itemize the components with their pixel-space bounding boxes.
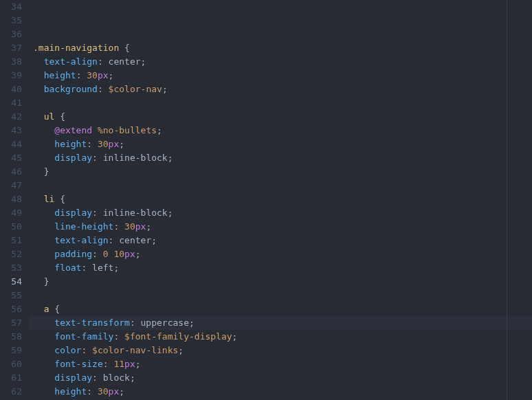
line-number: 43 <box>0 124 22 137</box>
code-line[interactable]: } <box>29 165 532 179</box>
code-editor[interactable]: 3435363738394041424344454647484950515253… <box>0 0 532 400</box>
line-number: 52 <box>0 247 22 261</box>
line-number: 39 <box>0 69 22 82</box>
code-line[interactable]: text-transform: uppercase; <box>29 316 532 330</box>
code-line[interactable]: font-family: $font-family-display; <box>29 330 532 344</box>
line-number: 54 <box>0 275 22 289</box>
line-number: 46 <box>0 165 22 179</box>
line-number: 37 <box>0 41 22 55</box>
code-line[interactable]: ul { <box>29 110 532 124</box>
line-number: 45 <box>0 151 22 165</box>
code-area[interactable]: .main-navigation { text-align: center; h… <box>29 0 532 400</box>
line-number: 58 <box>0 330 22 344</box>
code-line[interactable]: font-size: 11px; <box>29 357 532 371</box>
code-line[interactable]: display: inline-block; <box>29 206 532 220</box>
line-number: 41 <box>0 96 22 110</box>
line-number: 38 <box>0 55 22 69</box>
code-line[interactable]: height: 30px; <box>29 137 532 151</box>
line-number: 34 <box>0 0 22 14</box>
code-line[interactable]: .main-navigation { <box>29 41 532 55</box>
code-line[interactable]: color: $color-nav-links; <box>29 344 532 357</box>
code-line[interactable] <box>29 179 532 192</box>
code-line[interactable]: float: left; <box>29 261 532 275</box>
code-line[interactable]: @extend %no-bullets; <box>29 124 532 137</box>
line-number: 55 <box>0 289 22 302</box>
line-number: 57 <box>0 316 22 330</box>
line-number: 47 <box>0 179 22 192</box>
line-number: 62 <box>0 385 22 399</box>
code-line[interactable]: li { <box>29 192 532 206</box>
code-line[interactable]: display: block; <box>29 371 532 385</box>
line-number: 40 <box>0 82 22 96</box>
line-number: 59 <box>0 344 22 357</box>
line-number: 51 <box>0 234 22 247</box>
code-line[interactable]: padding: 0 10px; <box>29 247 532 261</box>
line-number: 49 <box>0 206 22 220</box>
code-line[interactable]: text-align: center; <box>29 55 532 69</box>
line-number: 50 <box>0 220 22 234</box>
code-line[interactable]: line-height: 30px; <box>29 220 532 234</box>
line-number: 60 <box>0 357 22 371</box>
line-number-gutter: 3435363738394041424344454647484950515253… <box>0 0 29 400</box>
code-line[interactable]: height: 30px; <box>29 69 532 82</box>
line-number: 48 <box>0 192 22 206</box>
line-number: 44 <box>0 137 22 151</box>
line-number: 42 <box>0 110 22 124</box>
code-line[interactable] <box>29 289 532 302</box>
code-line[interactable]: height: 30px; <box>29 385 532 399</box>
code-line[interactable] <box>29 96 532 110</box>
code-line[interactable]: text-align: center; <box>29 234 532 247</box>
line-number: 56 <box>0 302 22 316</box>
line-number: 61 <box>0 371 22 385</box>
wrap-guide <box>507 0 507 400</box>
line-number: 36 <box>0 27 22 41</box>
line-number: 35 <box>0 14 22 27</box>
code-line[interactable]: a { <box>29 302 532 316</box>
code-line[interactable]: display: inline-block; <box>29 151 532 165</box>
line-number: 53 <box>0 261 22 275</box>
code-line[interactable]: } <box>29 275 532 289</box>
code-line[interactable]: background: $color-nav; <box>29 82 532 96</box>
